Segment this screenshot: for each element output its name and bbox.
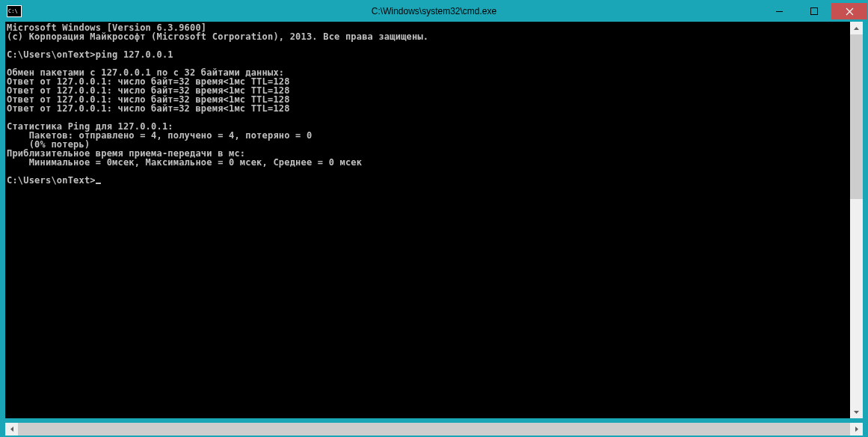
terminal-line: Ответ от 127.0.0.1: число байт=32 время<… — [7, 103, 290, 114]
svg-rect-0 — [776, 11, 783, 12]
scroll-left-arrow-icon[interactable] — [5, 423, 18, 436]
terminal-line: (c) Корпорация Майкрософт (Microsoft Cor… — [7, 31, 428, 42]
minimize-icon — [776, 7, 784, 15]
svg-rect-1 — [811, 8, 818, 15]
maximize-button[interactable] — [797, 3, 831, 19]
client-area: Microsoft Windows [Version 6.3.9600] (c)… — [5, 22, 863, 418]
terminal-output[interactable]: Microsoft Windows [Version 6.3.9600] (c)… — [5, 22, 850, 418]
window-controls — [763, 3, 867, 19]
vertical-scrollbar-thumb[interactable] — [850, 34, 863, 199]
cmd-icon[interactable] — [7, 5, 22, 17]
terminal-line: C:\Users\onText>ping 127.0.0.1 — [7, 49, 173, 60]
close-icon — [846, 7, 854, 16]
cursor — [96, 183, 101, 184]
scroll-up-arrow-icon[interactable] — [850, 22, 863, 34]
scroll-right-arrow-icon[interactable] — [850, 423, 863, 436]
terminal-prompt: C:\Users\onText> — [7, 175, 96, 186]
scroll-down-arrow-icon[interactable] — [850, 406, 863, 418]
vertical-scrollbar[interactable] — [850, 22, 863, 418]
titlebar[interactable]: C:\Windows\system32\cmd.exe — [1, 1, 867, 22]
horizontal-scrollbar-thumb[interactable] — [18, 423, 850, 436]
maximize-icon — [810, 7, 818, 15]
minimize-button[interactable] — [763, 3, 797, 19]
vertical-scrollbar-track[interactable] — [850, 34, 863, 406]
horizontal-scrollbar[interactable] — [5, 423, 863, 436]
terminal-line: Минимальное = 0мсек, Максимальное = 0 мс… — [7, 157, 362, 168]
window-title: C:\Windows\system32\cmd.exe — [372, 6, 496, 16]
horizontal-scrollbar-track[interactable] — [18, 423, 850, 436]
close-button[interactable] — [831, 3, 867, 19]
cmd-window: C:\Windows\system32\cmd.exe Microsoft Wi… — [0, 0, 868, 437]
